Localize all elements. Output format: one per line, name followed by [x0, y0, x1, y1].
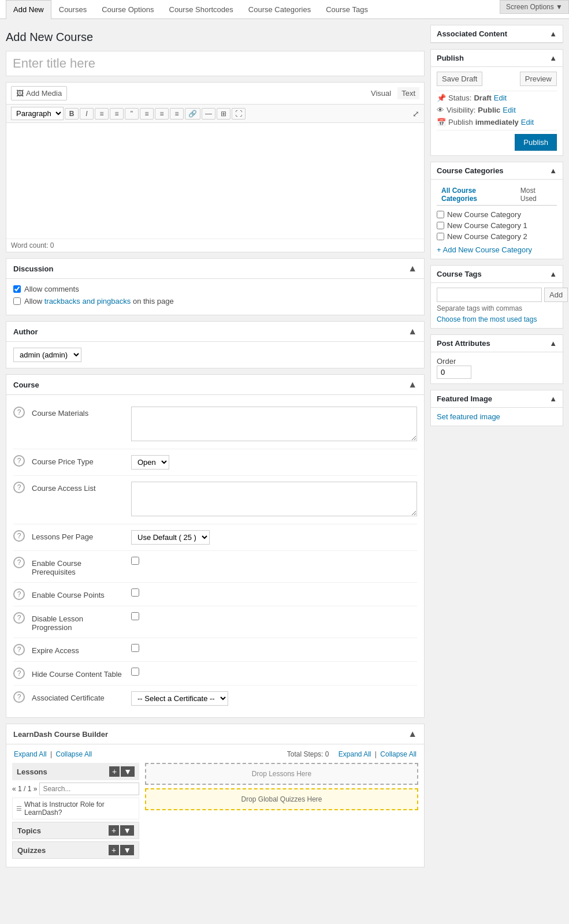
italic-button[interactable]: I	[80, 108, 94, 120]
author-select[interactable]: admin (admin)	[13, 348, 81, 362]
course-access-list-textarea[interactable]	[131, 482, 417, 516]
lessons-per-page-select[interactable]: Use Default ( 25 )	[131, 530, 210, 545]
nav-add-new[interactable]: Add New	[6, 0, 51, 19]
quizzes-collapse-button[interactable]: ▼	[120, 845, 134, 855]
course-materials-help[interactable]: ?	[13, 407, 25, 418]
lesson-item[interactable]: ☰ What is Instructor Role for LearnDash?	[12, 798, 139, 819]
drop-quizzes-zone[interactable]: Drop Global Quizzes Here	[145, 788, 418, 810]
lessons-add-button[interactable]: +	[109, 766, 120, 777]
status-label: Status:	[448, 94, 471, 102]
discussion-header[interactable]: Discussion ▲	[6, 259, 424, 279]
course-categories-header[interactable]: Course Categories ▲	[431, 162, 563, 180]
featured-image-header[interactable]: Featured Image ▲	[431, 390, 563, 408]
enable-points-help[interactable]: ?	[13, 588, 25, 600]
hide-content-table-checkbox[interactable]	[131, 668, 139, 676]
collapse-all-link-right[interactable]: Collapse All	[380, 750, 416, 758]
course-builder-header[interactable]: LearnDash Course Builder ▲	[6, 724, 424, 744]
set-featured-image-link[interactable]: Set featured image	[437, 412, 500, 421]
expire-access-checkbox[interactable]	[131, 644, 139, 652]
course-price-type-input: Open	[131, 455, 417, 470]
expand-editor-button[interactable]: ⤢	[412, 109, 419, 118]
lessons-search[interactable]	[39, 783, 139, 795]
cat-tab-all[interactable]: All Course Categories	[437, 184, 516, 205]
course-price-type-select[interactable]: Open	[131, 455, 169, 470]
course-price-type-row: ? Course Price Type Open	[13, 449, 417, 476]
nav-course-shortcodes[interactable]: Course Shortcodes	[162, 0, 241, 18]
cat-checkbox-1[interactable]	[437, 222, 444, 229]
post-attributes-header[interactable]: Post Attributes ▲	[431, 335, 563, 352]
align-center-button[interactable]: ≡	[155, 108, 169, 120]
text-tab[interactable]: Text	[397, 87, 419, 99]
add-media-button[interactable]: 🖼 Add Media	[11, 86, 67, 100]
cat-checkbox-2[interactable]	[437, 233, 444, 240]
quizzes-add-button[interactable]: +	[109, 845, 119, 855]
bold-button[interactable]: B	[65, 108, 79, 120]
trackbacks-link[interactable]: trackbacks and pingbacks	[44, 297, 131, 305]
publish-header[interactable]: Publish ▲	[431, 50, 563, 67]
visibility-edit[interactable]: Edit	[503, 106, 515, 114]
blockquote-button[interactable]: "	[125, 108, 139, 120]
lessons-collapse-button[interactable]: ▼	[121, 766, 135, 777]
author-header[interactable]: Author ▲	[6, 322, 424, 342]
order-input[interactable]	[437, 366, 471, 379]
allow-comments-checkbox[interactable]	[13, 285, 21, 293]
course-header[interactable]: Course ▲	[6, 375, 424, 395]
course-tags-header[interactable]: Course Tags ▲	[431, 266, 563, 283]
visibility-value: Public	[478, 106, 500, 114]
disable-progression-checkbox[interactable]	[131, 612, 139, 620]
featured-image-title: Featured Image	[437, 394, 492, 403]
enable-prerequisites-help[interactable]: ?	[13, 557, 25, 568]
course-materials-textarea[interactable]	[131, 407, 417, 441]
tags-add-button[interactable]: Add	[544, 288, 568, 302]
allow-trackbacks-checkbox[interactable]	[13, 297, 21, 305]
lessons-per-page-help[interactable]: ?	[13, 530, 25, 542]
associated-content-title: Associated Content	[437, 29, 507, 38]
nav-course-tags[interactable]: Course Tags	[318, 0, 375, 18]
expand-all-link-left[interactable]: Expand All	[14, 750, 47, 758]
publish-actions: Save Draft Preview	[437, 72, 557, 86]
choose-tags-link[interactable]: Choose from the most used tags	[437, 315, 537, 323]
link-button[interactable]: 🔗	[185, 108, 200, 120]
enable-prerequisites-checkbox[interactable]	[131, 557, 139, 565]
status-edit[interactable]: Edit	[494, 94, 507, 102]
course-access-list-help[interactable]: ?	[13, 482, 25, 493]
visibility-row: 👁 Visibility: Public Edit	[437, 106, 557, 114]
table-button[interactable]: ⊞	[217, 108, 230, 120]
unordered-list-button[interactable]: ≡	[95, 108, 109, 120]
associated-certificate-select[interactable]: -- Select a Certificate --	[131, 691, 228, 706]
nav-course-options[interactable]: Course Options	[94, 0, 161, 18]
paragraph-select[interactable]: Paragraph	[11, 107, 64, 120]
cat-checkbox-0[interactable]	[437, 211, 444, 218]
enable-points-checkbox[interactable]	[131, 588, 139, 597]
publish-button[interactable]: Publish	[515, 134, 557, 151]
course-price-type-help[interactable]: ?	[13, 455, 25, 467]
tags-text-input[interactable]	[437, 288, 542, 302]
visual-tab[interactable]: Visual	[367, 87, 395, 99]
preview-button[interactable]: Preview	[520, 72, 557, 86]
associated-content-header[interactable]: Associated Content ▲	[431, 25, 563, 43]
topics-collapse-button[interactable]: ▼	[120, 825, 134, 836]
title-input[interactable]	[6, 51, 425, 76]
nav-courses[interactable]: Courses	[51, 0, 94, 18]
hide-content-table-help[interactable]: ?	[13, 668, 25, 679]
cat-tab-most[interactable]: Most Used	[516, 184, 557, 205]
hr-button[interactable]: —	[202, 108, 215, 120]
disable-progression-help[interactable]: ?	[13, 612, 25, 624]
add-category-link[interactable]: + Add New Course Category	[437, 245, 532, 254]
expire-access-help[interactable]: ?	[13, 644, 25, 655]
align-left-button[interactable]: ≡	[140, 108, 154, 120]
publish-date-edit[interactable]: Edit	[521, 118, 534, 126]
save-draft-button[interactable]: Save Draft	[437, 72, 482, 86]
editor-body[interactable]	[6, 123, 424, 239]
collapse-all-link-left[interactable]: Collapse All	[56, 750, 92, 758]
drop-lessons-zone[interactable]: Drop Lessons Here	[145, 763, 418, 785]
screen-options[interactable]: Screen Options ▼	[500, 0, 569, 14]
expand-all-link-right[interactable]: Expand All	[339, 750, 371, 758]
fullscreen-button[interactable]: ⛶	[232, 108, 246, 120]
associated-certificate-help[interactable]: ?	[13, 691, 25, 703]
associated-certificate-row: ? Associated Certificate -- Select a Cer…	[13, 685, 417, 711]
align-right-button[interactable]: ≡	[170, 108, 184, 120]
topics-add-button[interactable]: +	[109, 825, 119, 836]
nav-course-categories[interactable]: Course Categories	[241, 0, 318, 18]
ordered-list-button[interactable]: ≡	[110, 108, 124, 120]
